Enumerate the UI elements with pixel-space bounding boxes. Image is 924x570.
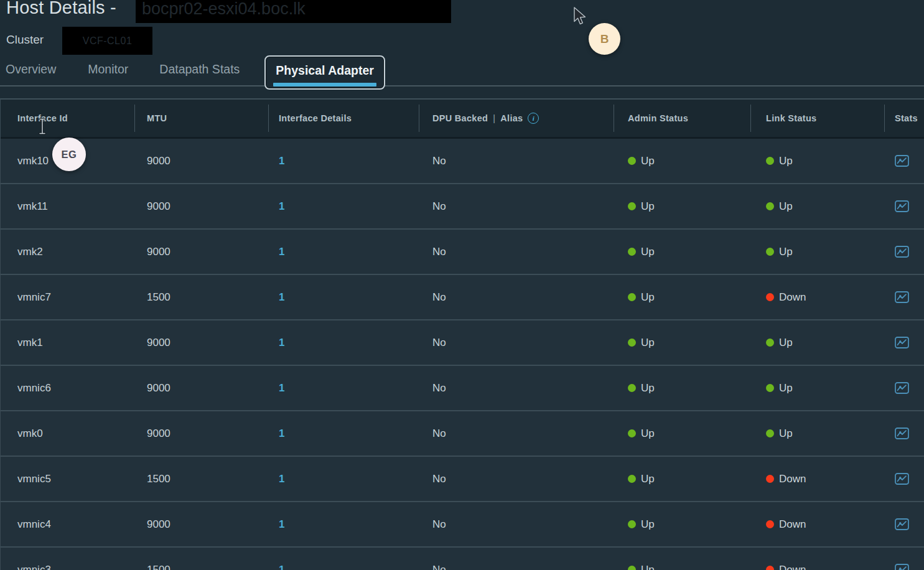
dpu-backed-cell: No bbox=[419, 291, 614, 304]
interface-details-link[interactable]: 1 bbox=[268, 427, 419, 440]
admin-status-dot-icon bbox=[628, 475, 636, 483]
link-status-cell: Up bbox=[750, 200, 884, 213]
link-status-dot-icon bbox=[766, 475, 774, 483]
cluster-label: Cluster bbox=[6, 33, 44, 47]
admin-status-text: Up bbox=[641, 291, 655, 304]
text-ibeam-cursor-icon bbox=[37, 118, 47, 138]
page-title: Host Details - bbox=[6, 0, 116, 18]
stats-button[interactable] bbox=[884, 200, 924, 212]
column-header-dpu-backed-alias[interactable]: DPU Backed | Alias i bbox=[419, 100, 614, 137]
interface-details-link[interactable]: 1 bbox=[268, 200, 419, 213]
mouse-pointer-icon bbox=[573, 7, 589, 29]
link-status-dot-icon bbox=[766, 384, 774, 392]
physical-adapter-table: Interface Id MTU Interface Details DPU B… bbox=[0, 98, 924, 570]
redaction-bar-cluster: VCF-CL01 bbox=[62, 27, 152, 55]
interface-id-cell: vmnic4 bbox=[1, 518, 134, 531]
interface-id-cell: vmk1 bbox=[1, 337, 134, 349]
table-row[interactable]: vmnic6 9000 1 No Up Up bbox=[1, 365, 924, 410]
link-status-dot-icon bbox=[766, 429, 774, 437]
line-chart-icon bbox=[895, 427, 909, 439]
admin-status-text: Up bbox=[641, 473, 655, 485]
admin-status-cell: Up bbox=[614, 564, 750, 570]
interface-details-link[interactable]: 1 bbox=[268, 337, 419, 349]
stats-button[interactable] bbox=[884, 246, 924, 258]
dpu-backed-cell: No bbox=[419, 337, 614, 349]
mtu-cell: 1500 bbox=[134, 564, 268, 570]
table-row[interactable]: vmnic7 1500 1 No Up Down bbox=[1, 274, 924, 319]
column-header-link-status[interactable]: Link Status bbox=[750, 100, 884, 137]
stats-button[interactable] bbox=[884, 518, 924, 530]
stats-button[interactable] bbox=[884, 382, 924, 394]
table-row[interactable]: vmk0 9000 1 No Up Up bbox=[1, 410, 924, 456]
interface-details-link[interactable]: 1 bbox=[268, 518, 419, 531]
table-header-row: Interface Id MTU Interface Details DPU B… bbox=[1, 100, 924, 139]
admin-status-text: Up bbox=[641, 155, 655, 167]
link-status-text: Up bbox=[779, 155, 793, 167]
tab-bar: Overview Monitor Datapath Stats Physical… bbox=[0, 54, 924, 86]
link-status-text: Up bbox=[779, 427, 793, 440]
column-header-mtu[interactable]: MTU bbox=[134, 100, 268, 137]
tab-physical-adapter[interactable]: Physical Adapter bbox=[264, 55, 385, 90]
mtu-cell: 9000 bbox=[134, 200, 268, 213]
column-header-stats[interactable]: Stats bbox=[884, 100, 924, 137]
mtu-cell: 9000 bbox=[134, 382, 268, 395]
column-header-interface-id[interactable]: Interface Id bbox=[1, 100, 134, 137]
admin-status-dot-icon bbox=[628, 293, 636, 301]
table-row[interactable]: vmnic3 1500 1 No Up Down bbox=[1, 546, 924, 570]
stats-button[interactable] bbox=[884, 427, 924, 439]
table-row[interactable]: vmnic5 1500 1 No Up Down bbox=[1, 456, 924, 501]
column-header-admin-status[interactable]: Admin Status bbox=[614, 100, 750, 137]
table-row[interactable]: vmk2 9000 1 No Up Up bbox=[1, 228, 924, 274]
tab-overview[interactable]: Overview bbox=[6, 62, 56, 77]
admin-status-dot-icon bbox=[628, 339, 636, 347]
table-row[interactable]: vmk10 9000 1 No Up Up bbox=[1, 139, 924, 183]
line-chart-icon bbox=[895, 337, 909, 348]
alias-info-icon[interactable]: i bbox=[528, 113, 539, 124]
page-title-text: Host Details - bbox=[6, 0, 116, 17]
interface-details-link[interactable]: 1 bbox=[268, 473, 419, 485]
interface-id-cell: vmnic7 bbox=[1, 291, 134, 304]
interface-id-cell: vmnic3 bbox=[1, 564, 134, 570]
admin-status-text: Up bbox=[641, 382, 655, 395]
line-chart-icon bbox=[895, 246, 909, 258]
admin-status-text: Up bbox=[641, 246, 655, 258]
mtu-cell: 9000 bbox=[134, 518, 268, 531]
avatar-b-initial: B bbox=[600, 32, 609, 46]
link-status-dot-icon bbox=[766, 566, 774, 570]
interface-details-link[interactable]: 1 bbox=[268, 155, 419, 167]
participant-avatar-b: B bbox=[589, 23, 620, 55]
dpu-backed-cell: No bbox=[419, 382, 614, 395]
admin-status-text: Up bbox=[641, 518, 655, 531]
stats-button[interactable] bbox=[884, 291, 924, 303]
column-header-interface-details[interactable]: Interface Details bbox=[268, 100, 419, 137]
tab-monitor[interactable]: Monitor bbox=[88, 62, 128, 77]
admin-status-cell: Up bbox=[614, 155, 750, 167]
table-row[interactable]: vmk11 9000 1 No Up Up bbox=[1, 183, 924, 228]
interface-details-link[interactable]: 1 bbox=[268, 291, 419, 304]
interface-id-cell: vmk2 bbox=[1, 246, 134, 258]
admin-status-dot-icon bbox=[628, 384, 636, 392]
link-status-text: Up bbox=[779, 200, 793, 213]
table-row[interactable]: vmk1 9000 1 No Up Up bbox=[1, 319, 924, 365]
table-row[interactable]: vmnic4 9000 1 No Up Down bbox=[1, 501, 924, 546]
stats-button[interactable] bbox=[884, 473, 924, 485]
mtu-cell: 9000 bbox=[134, 427, 268, 440]
link-status-dot-icon bbox=[766, 248, 774, 256]
avatar-eg-initials: EG bbox=[62, 149, 77, 161]
admin-status-cell: Up bbox=[614, 291, 750, 304]
link-status-cell: Down bbox=[750, 473, 884, 485]
dpu-backed-label: DPU Backed bbox=[432, 113, 488, 123]
link-status-text: Down bbox=[779, 564, 806, 570]
admin-status-cell: Up bbox=[614, 200, 750, 213]
admin-status-dot-icon bbox=[628, 202, 636, 210]
interface-details-link[interactable]: 1 bbox=[268, 246, 419, 258]
stats-button[interactable] bbox=[884, 337, 924, 348]
interface-details-link[interactable]: 1 bbox=[268, 564, 419, 570]
mtu-cell: 1500 bbox=[134, 473, 268, 485]
redacted-cluster-text: VCF-CL01 bbox=[83, 35, 133, 47]
interface-details-link[interactable]: 1 bbox=[268, 382, 419, 395]
link-status-cell: Down bbox=[750, 291, 884, 304]
tab-datapath-stats[interactable]: Datapath Stats bbox=[159, 62, 240, 77]
stats-button[interactable] bbox=[884, 564, 924, 570]
stats-button[interactable] bbox=[884, 155, 924, 167]
